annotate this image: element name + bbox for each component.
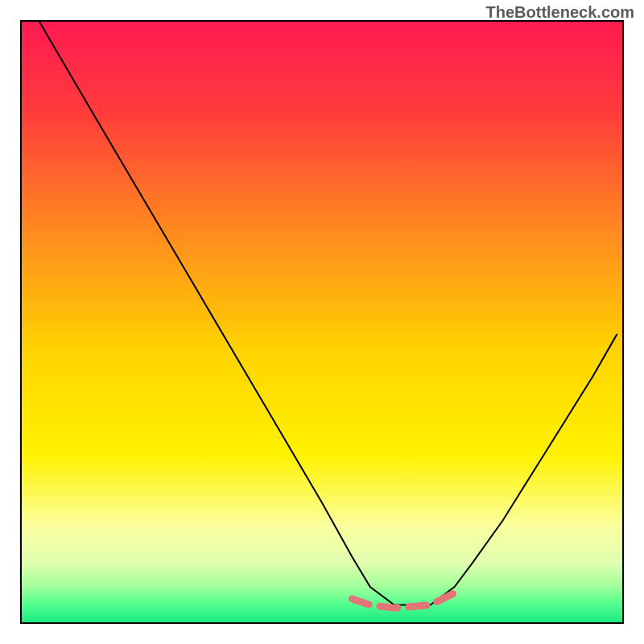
plot-background [21,21,623,623]
bottleneck-chart [0,0,644,644]
watermark-text: TheBottleneck.com [486,3,634,22]
chart-container: TheBottleneck.com [0,0,644,644]
